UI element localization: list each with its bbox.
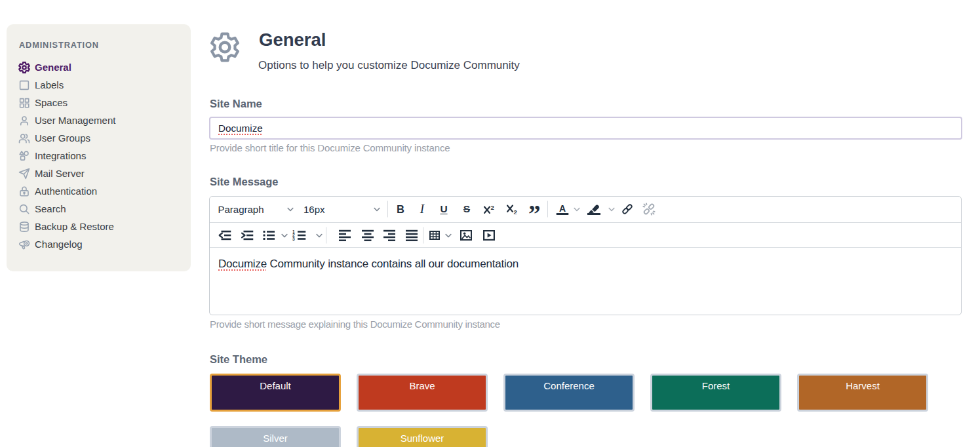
svg-text:3: 3 xyxy=(292,237,295,241)
svg-text:A: A xyxy=(559,203,566,214)
svg-text:2: 2 xyxy=(514,208,517,214)
svg-text:2: 2 xyxy=(491,204,494,211)
